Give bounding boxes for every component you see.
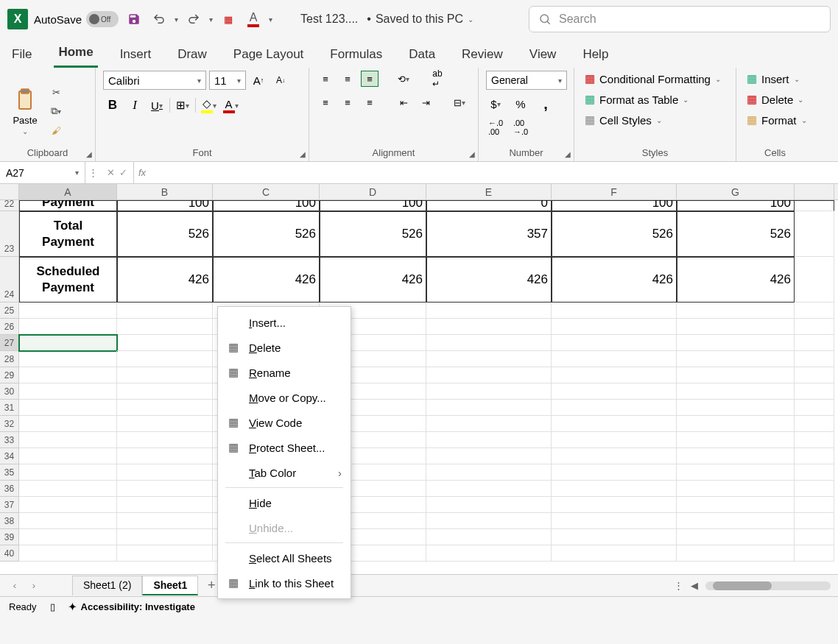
cell-G31[interactable]	[677, 400, 795, 416]
cell-E37[interactable]	[426, 497, 552, 513]
accessibility-button[interactable]: ✦ Accessibility: Investigate	[68, 601, 195, 612]
cell-B40[interactable]	[117, 545, 213, 562]
bold-button[interactable]: B	[103, 96, 122, 115]
tab-page-layout[interactable]: Page Layout	[229, 43, 308, 68]
row-header-37[interactable]: 37	[0, 497, 19, 513]
cell-A22[interactable]: Payment	[19, 200, 117, 211]
scroll-left-icon[interactable]: ◀	[691, 580, 698, 591]
cell-F33[interactable]	[552, 432, 677, 448]
tab-formulas[interactable]: Formulas	[325, 43, 387, 68]
cell-G38[interactable]	[677, 513, 795, 529]
cell-G22[interactable]: 100	[677, 200, 795, 211]
cell-A32[interactable]	[19, 416, 117, 432]
redo-icon[interactable]	[184, 10, 203, 29]
tab-file[interactable]: File	[7, 43, 36, 68]
cell-B28[interactable]	[117, 351, 213, 367]
undo-dropdown[interactable]: ▾	[175, 15, 178, 24]
ctx-hide[interactable]: Hide	[218, 490, 351, 515]
borders-button[interactable]: ⊞ ▾	[173, 96, 192, 115]
col-header-B[interactable]: B	[117, 184, 213, 199]
row-header-33[interactable]: 33	[0, 432, 19, 448]
cell-F32[interactable]	[552, 416, 677, 432]
align-bottom-icon[interactable]: ≡	[361, 71, 378, 87]
col-header-E[interactable]: E	[426, 184, 552, 199]
cell-G30[interactable]	[677, 383, 795, 400]
row-header-22[interactable]: 22	[0, 200, 19, 211]
cell-G36[interactable]	[677, 481, 795, 497]
row-header-29[interactable]: 29	[0, 367, 19, 383]
col-header-D[interactable]: D	[320, 184, 426, 199]
cell-A26[interactable]	[19, 319, 117, 335]
cell-A34[interactable]	[19, 448, 117, 464]
column-headers[interactable]: ABCDEFG	[0, 184, 838, 200]
redo-dropdown[interactable]: ▾	[209, 15, 213, 24]
cell-E24[interactable]: 426	[426, 257, 552, 302]
cell-F31[interactable]	[552, 400, 677, 416]
ctx-select-all-sheets[interactable]: Select All Sheets	[218, 545, 351, 570]
cell-C23[interactable]: 526	[213, 211, 320, 257]
cell-F27[interactable]	[552, 335, 677, 351]
decrease-decimal-icon[interactable]: .00→.0	[511, 118, 530, 137]
cell-C22[interactable]: 100	[213, 200, 320, 211]
row-header-28[interactable]: 28	[0, 351, 19, 367]
scroll-thumb[interactable]	[713, 581, 772, 590]
font-color-qat-icon[interactable]: A	[244, 10, 263, 29]
cell-B34[interactable]	[117, 448, 213, 464]
qat-tool-icon[interactable]: ▦	[219, 10, 238, 29]
sheet-nav-prev-icon[interactable]: ‹	[7, 578, 22, 593]
sheet-tab-sheet12[interactable]: Sheet1 (2)	[72, 576, 142, 595]
row-header-39[interactable]: 39	[0, 529, 19, 545]
select-all-corner[interactable]	[0, 184, 19, 199]
sheet-nav-next-icon[interactable]: ›	[27, 578, 41, 593]
cell-B38[interactable]	[117, 513, 213, 529]
cell-B29[interactable]	[117, 367, 213, 383]
increase-font-icon[interactable]: A↑	[249, 71, 268, 90]
row-header-26[interactable]: 26	[0, 319, 19, 335]
row-header-25[interactable]: 25	[0, 302, 19, 319]
cell-F25[interactable]	[552, 302, 677, 319]
cell-A25[interactable]	[19, 302, 117, 319]
tab-data[interactable]: Data	[404, 43, 440, 68]
tab-insert[interactable]: Insert	[116, 43, 156, 68]
cell-G37[interactable]	[677, 497, 795, 513]
row-header-34[interactable]: 34	[0, 448, 19, 464]
row-header-27[interactable]: 27	[0, 335, 19, 351]
cell-E23[interactable]: 357	[426, 211, 552, 257]
cell-F36[interactable]	[552, 481, 677, 497]
cut-icon[interactable]: ✂	[47, 85, 65, 99]
cell-B39[interactable]	[117, 529, 213, 545]
format-painter-icon[interactable]: 🖌	[47, 123, 65, 138]
alignment-launcher-icon[interactable]: ◢	[469, 150, 475, 158]
cell-F24[interactable]: 426	[552, 257, 677, 302]
delete-cells-button[interactable]: ▦Delete ⌄	[744, 91, 806, 107]
cell-E36[interactable]	[426, 481, 552, 497]
ctx-protect-sheet[interactable]: ▦Protect Sheet...	[218, 435, 351, 460]
cell-E22[interactable]: 0	[426, 200, 552, 211]
sheet-options-icon[interactable]: ⋮	[674, 580, 683, 591]
formula-input[interactable]	[150, 162, 838, 183]
cell-A29[interactable]	[19, 367, 117, 383]
cell-A33[interactable]	[19, 432, 117, 448]
tab-view[interactable]: View	[525, 43, 561, 68]
decrease-font-icon[interactable]: A↓	[271, 71, 290, 90]
cell-E33[interactable]	[426, 432, 552, 448]
cell-E39[interactable]	[426, 529, 552, 545]
cell-D22[interactable]: 100	[320, 200, 426, 211]
cell-G33[interactable]	[677, 432, 795, 448]
cell-B26[interactable]	[117, 319, 213, 335]
tab-help[interactable]: Help	[578, 43, 613, 68]
percent-icon[interactable]: %	[511, 94, 530, 113]
cell-A39[interactable]	[19, 529, 117, 545]
cell-A31[interactable]	[19, 400, 117, 416]
align-middle-icon[interactable]: ≡	[339, 71, 356, 87]
cell-E35[interactable]	[426, 464, 552, 481]
enter-formula-icon[interactable]: ✓	[119, 167, 127, 178]
cell-G24[interactable]: 426	[677, 257, 795, 302]
cell-G29[interactable]	[677, 367, 795, 383]
ctx-link-sheet[interactable]: ▦Link to this Sheet	[218, 570, 351, 595]
cell-E27[interactable]	[426, 335, 552, 351]
cell-F22[interactable]: 100	[552, 200, 677, 211]
cell-A35[interactable]	[19, 464, 117, 481]
cell-E31[interactable]	[426, 400, 552, 416]
italic-button[interactable]: I	[125, 96, 144, 115]
